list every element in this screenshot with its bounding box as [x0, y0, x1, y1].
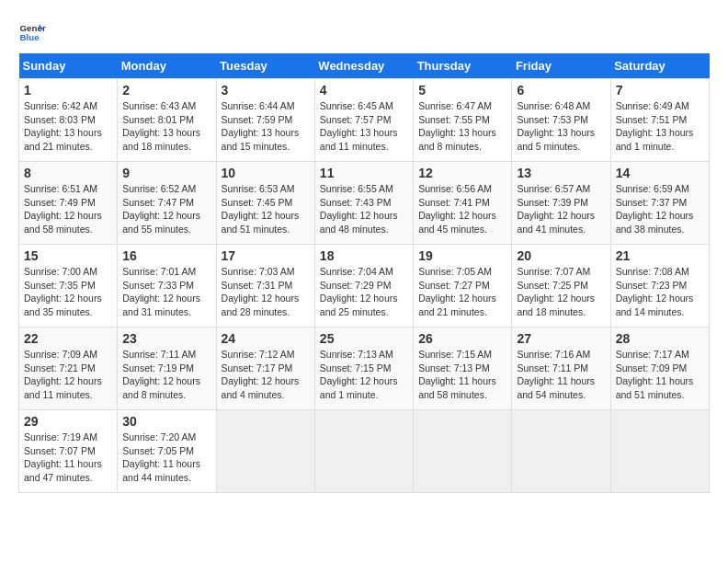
weekday-header-tuesday: Tuesday [216, 53, 314, 79]
day-number: 14 [616, 166, 704, 180]
calendar-cell: 1 Sunrise: 6:42 AM Sunset: 8:03 PM Dayli… [19, 79, 118, 162]
calendar-cell: 8 Sunrise: 6:51 AM Sunset: 7:49 PM Dayli… [19, 162, 118, 245]
calendar-week-4: 22 Sunrise: 7:09 AM Sunset: 7:21 PM Dayl… [19, 327, 710, 410]
calendar-cell [610, 410, 709, 493]
svg-text:Blue: Blue [20, 32, 40, 42]
day-number: 27 [517, 331, 605, 346]
day-info: Sunrise: 6:44 AM Sunset: 7:59 PM Dayligh… [222, 99, 310, 154]
day-number: 24 [222, 331, 310, 346]
day-info: Sunrise: 7:13 AM Sunset: 7:15 PM Dayligh… [320, 348, 408, 402]
weekday-header-sunday: Sunday [19, 53, 118, 79]
calendar-cell: 18 Sunrise: 7:04 AM Sunset: 7:29 PM Dayl… [314, 245, 413, 327]
calendar-cell: 12 Sunrise: 6:56 AM Sunset: 7:41 PM Dayl… [414, 162, 512, 245]
weekday-header-saturday: Saturday [610, 53, 709, 79]
day-info: Sunrise: 7:09 AM Sunset: 7:21 PM Dayligh… [24, 348, 112, 402]
day-number: 18 [320, 248, 408, 263]
day-info: Sunrise: 7:19 AM Sunset: 7:07 PM Dayligh… [24, 431, 112, 485]
weekday-header-monday: Monday [118, 53, 216, 79]
calendar-cell: 3 Sunrise: 6:44 AM Sunset: 7:59 PM Dayli… [216, 79, 314, 162]
day-number: 13 [517, 166, 605, 180]
svg-text:General: General [20, 23, 47, 33]
day-info: Sunrise: 6:43 AM Sunset: 8:01 PM Dayligh… [122, 99, 210, 154]
day-number: 4 [320, 83, 408, 98]
day-number: 1 [24, 83, 112, 98]
day-number: 29 [24, 414, 112, 429]
day-info: Sunrise: 6:53 AM Sunset: 7:45 PM Dayligh… [222, 182, 310, 236]
calendar-week-3: 15 Sunrise: 7:00 AM Sunset: 7:35 PM Dayl… [19, 245, 710, 327]
logo: General Blue [18, 18, 46, 46]
calendar-cell: 26 Sunrise: 7:15 AM Sunset: 7:13 PM Dayl… [414, 327, 512, 410]
calendar-body: 1 Sunrise: 6:42 AM Sunset: 8:03 PM Dayli… [19, 79, 710, 493]
calendar-week-5: 29 Sunrise: 7:19 AM Sunset: 7:07 PM Dayl… [19, 410, 710, 493]
day-number: 16 [122, 248, 210, 263]
day-info: Sunrise: 7:05 AM Sunset: 7:27 PM Dayligh… [418, 265, 506, 319]
calendar-cell: 19 Sunrise: 7:05 AM Sunset: 7:27 PM Dayl… [414, 245, 512, 327]
calendar-cell: 2 Sunrise: 6:43 AM Sunset: 8:01 PM Dayli… [118, 79, 216, 162]
day-info: Sunrise: 6:55 AM Sunset: 7:43 PM Dayligh… [320, 182, 408, 236]
day-info: Sunrise: 7:07 AM Sunset: 7:25 PM Dayligh… [517, 265, 605, 319]
weekday-header-row: SundayMondayTuesdayWednesdayThursdayFrid… [19, 53, 710, 79]
calendar-cell: 23 Sunrise: 7:11 AM Sunset: 7:19 PM Dayl… [118, 327, 216, 410]
calendar-cell: 6 Sunrise: 6:48 AM Sunset: 7:53 PM Dayli… [512, 79, 610, 162]
day-number: 3 [222, 83, 310, 98]
day-number: 9 [122, 166, 210, 180]
day-info: Sunrise: 7:00 AM Sunset: 7:35 PM Dayligh… [24, 265, 112, 319]
day-info: Sunrise: 6:56 AM Sunset: 7:41 PM Dayligh… [418, 182, 506, 236]
day-number: 25 [320, 331, 408, 346]
day-info: Sunrise: 6:57 AM Sunset: 7:39 PM Dayligh… [517, 182, 605, 236]
calendar-cell: 9 Sunrise: 6:52 AM Sunset: 7:47 PM Dayli… [118, 162, 216, 245]
day-info: Sunrise: 7:12 AM Sunset: 7:17 PM Dayligh… [222, 348, 310, 402]
day-number: 20 [517, 248, 605, 263]
calendar-cell: 21 Sunrise: 7:08 AM Sunset: 7:23 PM Dayl… [610, 245, 709, 327]
calendar-cell [512, 410, 610, 493]
calendar-cell: 17 Sunrise: 7:03 AM Sunset: 7:31 PM Dayl… [216, 245, 314, 327]
day-number: 7 [616, 83, 704, 98]
day-number: 19 [418, 248, 506, 263]
day-info: Sunrise: 7:20 AM Sunset: 7:05 PM Dayligh… [122, 431, 210, 485]
day-number: 22 [24, 331, 112, 346]
day-info: Sunrise: 6:47 AM Sunset: 7:55 PM Dayligh… [418, 99, 506, 154]
calendar-cell: 13 Sunrise: 6:57 AM Sunset: 7:39 PM Dayl… [512, 162, 610, 245]
calendar-week-1: 1 Sunrise: 6:42 AM Sunset: 8:03 PM Dayli… [19, 79, 710, 162]
day-number: 23 [122, 331, 210, 346]
calendar-cell [314, 410, 413, 493]
calendar-cell: 24 Sunrise: 7:12 AM Sunset: 7:17 PM Dayl… [216, 327, 314, 410]
calendar-cell: 28 Sunrise: 7:17 AM Sunset: 7:09 PM Dayl… [610, 327, 709, 410]
calendar-cell: 27 Sunrise: 7:16 AM Sunset: 7:11 PM Dayl… [512, 327, 610, 410]
calendar-cell: 7 Sunrise: 6:49 AM Sunset: 7:51 PM Dayli… [610, 79, 709, 162]
calendar-cell [414, 410, 512, 493]
calendar-cell: 5 Sunrise: 6:47 AM Sunset: 7:55 PM Dayli… [414, 79, 512, 162]
calendar-cell: 30 Sunrise: 7:20 AM Sunset: 7:05 PM Dayl… [118, 410, 216, 493]
day-info: Sunrise: 6:45 AM Sunset: 7:57 PM Dayligh… [320, 99, 408, 154]
day-number: 15 [24, 248, 112, 263]
day-number: 28 [616, 331, 704, 346]
weekday-header-wednesday: Wednesday [314, 53, 413, 79]
day-info: Sunrise: 7:16 AM Sunset: 7:11 PM Dayligh… [517, 348, 605, 402]
day-info: Sunrise: 7:11 AM Sunset: 7:19 PM Dayligh… [122, 348, 210, 402]
calendar-cell [216, 410, 314, 493]
day-info: Sunrise: 7:15 AM Sunset: 7:13 PM Dayligh… [418, 348, 506, 402]
day-number: 11 [320, 166, 408, 180]
header: General Blue [18, 18, 710, 46]
day-info: Sunrise: 6:52 AM Sunset: 7:47 PM Dayligh… [122, 182, 210, 236]
day-info: Sunrise: 7:01 AM Sunset: 7:33 PM Dayligh… [122, 265, 210, 319]
day-info: Sunrise: 6:59 AM Sunset: 7:37 PM Dayligh… [616, 182, 704, 236]
day-number: 12 [418, 166, 506, 180]
weekday-header-friday: Friday [512, 53, 610, 79]
day-info: Sunrise: 6:42 AM Sunset: 8:03 PM Dayligh… [24, 99, 112, 154]
day-number: 17 [222, 248, 310, 263]
calendar-cell: 20 Sunrise: 7:07 AM Sunset: 7:25 PM Dayl… [512, 245, 610, 327]
day-info: Sunrise: 6:51 AM Sunset: 7:49 PM Dayligh… [24, 182, 112, 236]
day-info: Sunrise: 6:48 AM Sunset: 7:53 PM Dayligh… [517, 99, 605, 154]
day-info: Sunrise: 7:04 AM Sunset: 7:29 PM Dayligh… [320, 265, 408, 319]
calendar-table: SundayMondayTuesdayWednesdayThursdayFrid… [18, 53, 710, 493]
day-number: 5 [418, 83, 506, 98]
day-info: Sunrise: 7:03 AM Sunset: 7:31 PM Dayligh… [222, 265, 310, 319]
calendar-cell: 16 Sunrise: 7:01 AM Sunset: 7:33 PM Dayl… [118, 245, 216, 327]
day-number: 26 [418, 331, 506, 346]
day-number: 6 [517, 83, 605, 98]
day-number: 10 [222, 166, 310, 180]
calendar-cell: 4 Sunrise: 6:45 AM Sunset: 7:57 PM Dayli… [314, 79, 413, 162]
calendar-cell: 25 Sunrise: 7:13 AM Sunset: 7:15 PM Dayl… [314, 327, 413, 410]
calendar-cell: 15 Sunrise: 7:00 AM Sunset: 7:35 PM Dayl… [19, 245, 118, 327]
